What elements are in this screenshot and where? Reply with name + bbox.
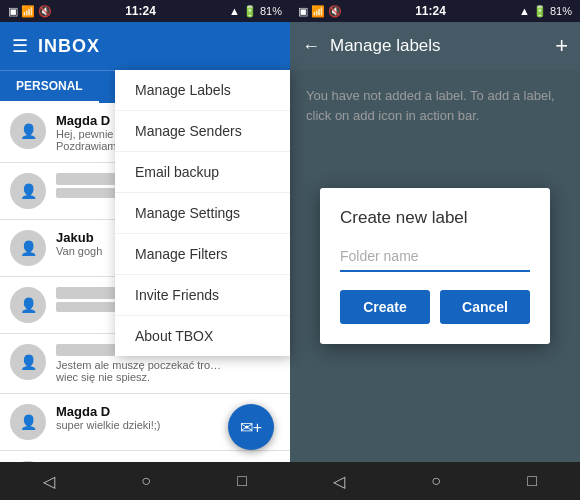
right-signal-icon: 📶 — [311, 5, 325, 18]
back-nav-icon[interactable]: ◁ — [43, 472, 55, 491]
avatar: 👤 — [10, 344, 46, 380]
right-panel: ▣ 📶 🔇 11:24 ▲ 🔋 81% ← Manage labels + Yo… — [290, 0, 580, 500]
compose-icon: ✉+ — [240, 418, 262, 437]
signal-icon: 📶 — [21, 5, 35, 18]
email-preview2: wiec się nie spiesz. — [56, 371, 226, 383]
right-mute-icon: 🔇 — [328, 5, 342, 18]
right-status-bar: ▣ 📶 🔇 11:24 ▲ 🔋 81% — [290, 0, 580, 22]
menu-item-manage-filters[interactable]: Manage Filters — [115, 234, 290, 275]
status-icons-left: ▣ 📶 🔇 — [8, 5, 52, 18]
left-status-bar: ▣ 📶 🔇 11:24 ▲ 🔋 81% — [0, 0, 290, 22]
inbox-title: INBOX — [38, 36, 100, 57]
left-toolbar: ☰ INBOX — [0, 22, 290, 70]
battery-icon: 🔋 — [243, 5, 257, 18]
avatar: 👤 — [10, 173, 46, 209]
right-toolbar: ← Manage labels + — [290, 22, 580, 70]
menu-item-manage-settings[interactable]: Manage Settings — [115, 193, 290, 234]
left-time: 11:24 — [125, 4, 156, 18]
avatar: 👤 — [10, 287, 46, 323]
manage-content: You have not added a label. To add a lab… — [290, 70, 580, 462]
right-nav-bar: ◁ ○ □ — [290, 462, 580, 500]
email-preview: Jestem ale muszę poczekać trochę — [56, 359, 226, 371]
avatar: 👤 — [10, 404, 46, 440]
right-recents-nav-icon[interactable]: □ — [527, 472, 537, 490]
right-sim-icon: ▣ — [298, 5, 308, 18]
dialog-buttons: Create Cancel — [340, 290, 530, 324]
menu-item-manage-senders[interactable]: Manage Senders — [115, 111, 290, 152]
list-item[interactable]: 👤 Iga — [0, 451, 290, 462]
right-back-nav-icon[interactable]: ◁ — [333, 472, 345, 491]
menu-item-manage-labels[interactable]: Manage Labels — [115, 70, 290, 111]
wifi-icon: ▲ — [229, 5, 240, 17]
right-home-nav-icon[interactable]: ○ — [431, 472, 441, 490]
battery-percent: 81% — [260, 5, 282, 17]
home-nav-icon[interactable]: ○ — [141, 472, 151, 490]
add-label-icon[interactable]: + — [555, 33, 568, 59]
back-arrow-icon[interactable]: ← — [302, 36, 320, 57]
folder-name-input[interactable] — [340, 242, 530, 272]
menu-item-email-backup[interactable]: Email backup — [115, 152, 290, 193]
right-time: 11:24 — [415, 4, 446, 18]
dropdown-menu: Manage Labels Manage Senders Email backu… — [115, 70, 290, 356]
recents-nav-icon[interactable]: □ — [237, 472, 247, 490]
mute-icon: 🔇 — [38, 5, 52, 18]
menu-item-about-tbox[interactable]: About TBOX — [115, 316, 290, 356]
status-icons-right: ▲ 🔋 81% — [229, 5, 282, 18]
compose-fab[interactable]: ✉+ — [228, 404, 274, 450]
create-label-dialog: Create new label Create Cancel — [320, 188, 550, 344]
menu-item-invite-friends[interactable]: Invite Friends — [115, 275, 290, 316]
hamburger-icon[interactable]: ☰ — [12, 35, 28, 57]
left-nav-bar: ◁ ○ □ — [0, 462, 290, 500]
cancel-button[interactable]: Cancel — [440, 290, 530, 324]
right-status-icons-left: ▣ 📶 🔇 — [298, 5, 342, 18]
right-wifi-icon: ▲ — [519, 5, 530, 17]
right-status-icons-right: ▲ 🔋 81% — [519, 5, 572, 18]
avatar: 👤 — [10, 113, 46, 149]
left-panel: ▣ 📶 🔇 11:24 ▲ 🔋 81% ☰ INBOX PERSONAL 👤 M… — [0, 0, 290, 500]
right-battery-icon: 🔋 — [533, 5, 547, 18]
email-preview: super wielkie dzieki!;) — [56, 419, 226, 431]
avatar: 👤 — [10, 230, 46, 266]
right-battery-percent: 81% — [550, 5, 572, 17]
dialog-overlay: Create new label Create Cancel — [290, 70, 580, 462]
tab-personal[interactable]: PERSONAL — [0, 71, 99, 103]
sim-icon: ▣ — [8, 5, 18, 18]
manage-labels-title: Manage labels — [330, 36, 545, 56]
dialog-title: Create new label — [340, 208, 530, 228]
create-button[interactable]: Create — [340, 290, 430, 324]
